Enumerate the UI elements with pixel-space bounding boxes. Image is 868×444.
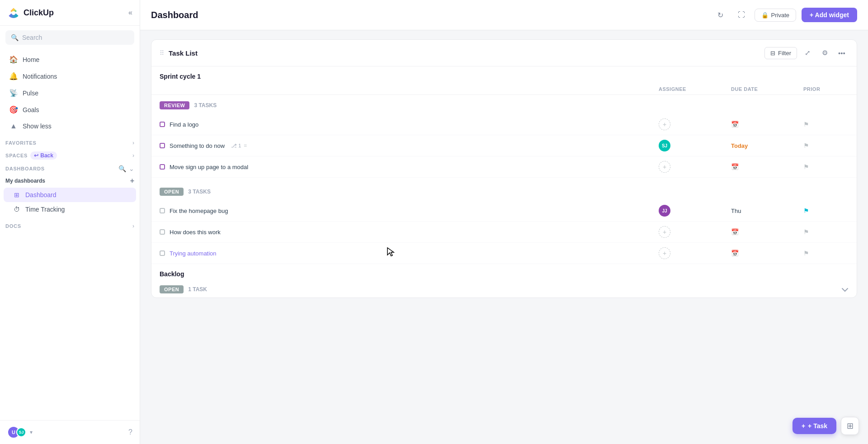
- table-row[interactable]: Something to do now ⎇ 1 = SJ Today ⚑: [151, 135, 857, 156]
- spaces-chevron-icon[interactable]: ›: [132, 152, 134, 159]
- refresh-button[interactable]: ↻: [713, 7, 728, 23]
- time-tracking-label: Time Tracking: [25, 206, 65, 213]
- topbar-actions: ↻ ⛶ 🔒 Private + Add widget: [713, 7, 857, 23]
- flag-icon[interactable]: ⚑: [803, 163, 809, 170]
- task-name: Something to do now: [170, 142, 225, 149]
- priority-cell: ⚑: [803, 228, 849, 236]
- sidebar-item-pulse[interactable]: 📡 Pulse: [4, 85, 136, 101]
- subtask-icon: ⎇ 1: [231, 143, 241, 149]
- calendar-icon[interactable]: 📅: [731, 228, 739, 236]
- user-avatar-sj: SJ: [16, 427, 26, 437]
- filter-button[interactable]: ⊟ Filter: [764, 47, 797, 59]
- add-widget-button[interactable]: + Add widget: [802, 8, 857, 22]
- table-row[interactable]: Move sign up page to a modal + 📅 ⚑: [151, 156, 857, 178]
- drag-handle-icon[interactable]: ⠿: [160, 49, 164, 57]
- task-checkbox[interactable]: [160, 164, 165, 170]
- flag-priority-icon[interactable]: ⚑: [803, 207, 809, 214]
- assignee-empty-icon[interactable]: +: [659, 161, 670, 173]
- add-dashboard-button[interactable]: +: [130, 177, 134, 185]
- logo-area[interactable]: ClickUp: [7, 6, 54, 19]
- expand-button[interactable]: ⤢: [801, 46, 814, 60]
- fullscreen-button[interactable]: ⛶: [734, 7, 749, 23]
- dashboards-search-icon[interactable]: 🔍: [118, 165, 126, 172]
- avatar-stack: U SJ: [7, 426, 26, 439]
- sidebar-top: ClickUp «: [0, 0, 140, 26]
- due-date-cell: 📅: [731, 163, 803, 170]
- flag-icon[interactable]: ⚑: [803, 250, 809, 257]
- sidebar-item-goals[interactable]: 🎯 Goals: [4, 101, 136, 118]
- user-chevron-icon: ▾: [30, 429, 33, 435]
- calendar-icon[interactable]: 📅: [731, 163, 739, 170]
- collapse-sidebar-button[interactable]: «: [128, 9, 132, 17]
- spaces-section-header: SPACES ↩ Back ›: [0, 148, 140, 161]
- flag-icon[interactable]: ⚑: [803, 228, 809, 236]
- review-group: REVIEW 3 TASKS: [151, 95, 857, 112]
- show-less-icon: ▲: [9, 122, 18, 130]
- dashboards-label: DASHBOARDS: [5, 166, 45, 171]
- task-name-cell: Find a logo: [160, 121, 659, 128]
- task-checkbox[interactable]: [160, 143, 165, 148]
- assignee-cell: +: [659, 161, 731, 173]
- assignee-cell: SJ: [659, 140, 731, 151]
- task-checkbox[interactable]: [160, 250, 165, 256]
- assignee-cell: +: [659, 226, 731, 238]
- task-checkbox[interactable]: [160, 122, 165, 127]
- assignee-empty-icon[interactable]: +: [659, 226, 670, 238]
- add-task-plus-icon: +: [802, 422, 805, 430]
- table-row[interactable]: Find a logo + 📅 ⚑: [151, 114, 857, 135]
- favorites-label: FAVORITES: [5, 140, 37, 146]
- flag-icon[interactable]: ⚑: [803, 142, 809, 149]
- widget-header: ⠿ Task List ⊟ Filter ⤢ ⚙ •••: [151, 40, 857, 66]
- add-task-button[interactable]: + + Task: [793, 418, 836, 434]
- clickup-logo-icon: [7, 6, 20, 19]
- assignee-empty-icon[interactable]: +: [659, 118, 670, 130]
- search-placeholder: Search: [22, 34, 42, 41]
- priority-column-header: PRIOR: [803, 86, 849, 92]
- sidebar-item-home[interactable]: 🏠 Home: [4, 51, 136, 68]
- dashboard-label: Dashboard: [25, 191, 57, 198]
- sidebar-item-notifications[interactable]: 🔔 Notifications: [4, 68, 136, 85]
- table-row[interactable]: How does this work + 📅 ⚑: [151, 222, 857, 243]
- calendar-icon[interactable]: 📅: [731, 121, 739, 128]
- user-area[interactable]: U SJ ▾: [7, 426, 33, 439]
- dashboards-chevron-icon[interactable]: ⌄: [129, 165, 134, 172]
- help-button[interactable]: ?: [128, 428, 132, 436]
- assignee-empty-icon[interactable]: +: [659, 247, 670, 259]
- favorites-section-header[interactable]: FAVORITES ›: [0, 136, 140, 148]
- due-date-cell: 📅: [731, 228, 803, 236]
- dashboards-actions: 🔍 ⌄: [118, 165, 134, 172]
- priority-cell: ⚑: [803, 163, 849, 170]
- flag-icon[interactable]: ⚑: [803, 121, 809, 128]
- assignee-cell: +: [659, 247, 731, 259]
- goals-label: Goals: [23, 106, 39, 113]
- table-row[interactable]: Fix the homepage bug JJ Thu ⚑: [151, 200, 857, 222]
- review-status-badge: REVIEW: [160, 101, 189, 109]
- private-button[interactable]: 🔒 Private: [755, 9, 796, 22]
- docs-section-header[interactable]: DOCS ›: [0, 218, 140, 231]
- backlog-task-count: 1 TASK: [188, 286, 207, 293]
- sidebar-item-dashboard[interactable]: ⊞ Dashboard: [4, 188, 136, 202]
- my-dashboards-text: My dashboards: [5, 178, 45, 184]
- search-icon: 🔍: [11, 34, 19, 41]
- task-checkbox[interactable]: [160, 208, 165, 213]
- apps-button[interactable]: ⊞: [841, 417, 859, 435]
- back-chip[interactable]: ↩ Back: [30, 151, 57, 160]
- backlog-expand-icon[interactable]: [841, 285, 849, 294]
- docs-chevron-icon: ›: [132, 223, 134, 229]
- settings-button[interactable]: ⚙: [818, 46, 831, 60]
- more-options-button[interactable]: •••: [835, 46, 849, 60]
- task-name-link[interactable]: Trying automation: [170, 250, 217, 257]
- review-task-count: 3 TASKS: [194, 102, 217, 109]
- search-bar[interactable]: 🔍 Search: [5, 30, 134, 45]
- priority-cell: ⚑: [803, 207, 849, 214]
- page-title: Dashboard: [151, 10, 198, 20]
- calendar-icon[interactable]: 📅: [731, 250, 739, 257]
- table-row[interactable]: Trying automation + 📅 ⚑: [151, 243, 857, 264]
- sidebar: ClickUp « 🔍 Search 🏠 Home 🔔 Notification…: [0, 0, 140, 444]
- task-name-cell: Trying automation: [160, 250, 659, 257]
- sidebar-item-show-less[interactable]: ▲ Show less: [4, 118, 136, 134]
- sidebar-item-time-tracking[interactable]: ⏱ Time Tracking: [4, 202, 136, 217]
- favorites-chevron-icon: ›: [132, 140, 134, 146]
- open-status-row: OPEN 3 TASKS: [160, 185, 849, 198]
- task-checkbox[interactable]: [160, 229, 165, 235]
